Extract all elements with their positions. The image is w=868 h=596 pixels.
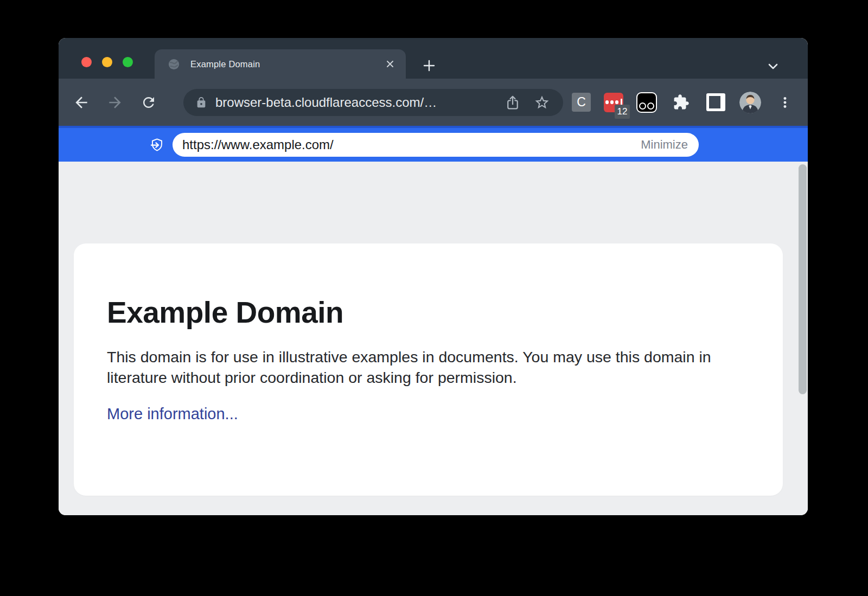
circle (639, 102, 646, 110)
share-icon[interactable] (505, 94, 521, 111)
bookmark-star-icon[interactable] (534, 94, 550, 111)
back-button[interactable] (69, 91, 93, 114)
isolated-url-field[interactable]: https://www.example.com/ Minimize (173, 133, 699, 157)
address-bar[interactable]: browser-beta.cloudflareaccess.com/… (183, 89, 563, 116)
forward-arrow-icon (106, 94, 124, 111)
browser-menu-button[interactable] (774, 92, 796, 113)
isolated-url-text: https://www.example.com/ (182, 137, 641, 152)
minimize-button[interactable]: Minimize (641, 138, 688, 152)
window-controls (81, 57, 133, 67)
chevron-down-icon (765, 59, 781, 74)
lock-icon (195, 97, 207, 108)
profile-avatar[interactable] (739, 92, 761, 113)
back-arrow-icon (73, 94, 90, 111)
close-window-button[interactable] (81, 57, 92, 67)
extension-c-icon[interactable]: C (572, 93, 591, 112)
vertical-scrollbar[interactable] (799, 164, 807, 394)
dot (615, 100, 619, 104)
dot (610, 100, 614, 104)
reload-icon (141, 94, 157, 111)
reload-button[interactable] (137, 91, 161, 114)
tab-title: Example Domain (190, 59, 384, 69)
browser-toolbar: browser-beta.cloudflareaccess.com/… C 12 (59, 79, 808, 126)
minimize-window-button[interactable] (102, 57, 112, 67)
extensions-menu-button[interactable] (670, 92, 692, 113)
side-panel-icon (706, 93, 725, 111)
avatar-photo (739, 92, 761, 113)
isolation-bar: https://www.example.com/ Minimize (59, 126, 808, 162)
globe-icon (168, 58, 180, 71)
browser-tab[interactable]: Example Domain (155, 49, 406, 79)
password-manager-extension-icon[interactable]: 12 (604, 93, 623, 112)
browser-window: Example Domain (59, 38, 808, 515)
page-viewport: Example Domain This domain is for use in… (59, 162, 808, 515)
circle (647, 102, 654, 110)
tab-search-button[interactable] (765, 59, 781, 74)
new-tab-button[interactable] (419, 55, 439, 76)
two-circles-extension-icon[interactable] (636, 92, 657, 113)
extension-count-badge: 12 (615, 105, 630, 119)
page-body-text: This domain is for use in illustrative e… (107, 347, 731, 388)
kebab-menu-icon (778, 95, 792, 110)
page-heading: Example Domain (107, 295, 739, 330)
forward-button[interactable] (103, 91, 127, 114)
plus-icon (422, 58, 437, 73)
example-domain-card: Example Domain This domain is for use in… (74, 243, 783, 496)
close-tab-icon[interactable] (384, 58, 396, 70)
tab-strip: Example Domain (59, 38, 808, 79)
shield-arrow-icon (150, 138, 164, 152)
dot (605, 100, 609, 104)
more-information-link[interactable]: More information... (107, 405, 238, 423)
zoom-window-button[interactable] (123, 57, 133, 67)
puzzle-piece-icon (673, 94, 690, 111)
side-panel-button[interactable] (705, 92, 726, 113)
toolbar-extensions-area: C 12 (572, 92, 796, 113)
address-bar-url: browser-beta.cloudflareaccess.com/… (215, 95, 492, 110)
